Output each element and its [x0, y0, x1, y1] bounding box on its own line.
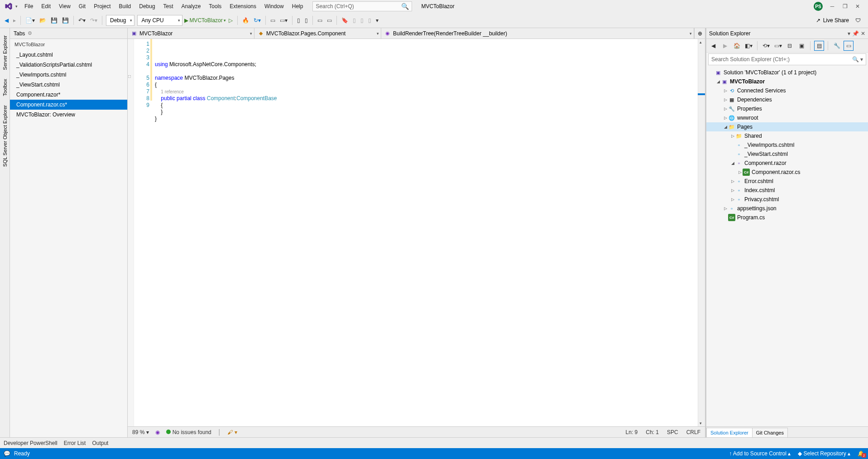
menu-debug[interactable]: Debug	[135, 3, 159, 10]
redo-button[interactable]: ↷▾	[88, 16, 99, 24]
menu-test[interactable]: Test	[159, 3, 177, 10]
sync-icon[interactable]: ⟲▾	[761, 41, 771, 51]
tab-developer-powershell[interactable]: Developer PowerShell	[4, 440, 58, 446]
pages-folder-node[interactable]: ◢📁Pages	[706, 122, 868, 131]
notifications-button[interactable]: 🔔2	[858, 450, 864, 457]
switch-views-icon[interactable]: ◧▾	[743, 41, 753, 51]
tab-entry[interactable]: Component.razor.cs*	[10, 100, 127, 110]
bookmark-button[interactable]: 🔖	[340, 16, 350, 24]
nav-back-button[interactable]: ◀	[3, 16, 10, 24]
line-indicator[interactable]: Ln: 9	[626, 429, 638, 435]
menu-help[interactable]: Help	[288, 3, 307, 10]
start-without-debug-button[interactable]: ▷	[227, 16, 235, 24]
maximize-button[interactable]: ❐	[842, 3, 848, 10]
scroll-down-icon[interactable]: ▾	[700, 421, 702, 425]
panel-dropdown-icon[interactable]: ▾	[848, 30, 850, 37]
char-indicator[interactable]: Ch: 1	[646, 429, 659, 435]
menu-extensions[interactable]: Extensions	[225, 3, 260, 10]
shared-folder-node[interactable]: ▷📁Shared	[706, 131, 868, 140]
open-button[interactable]: 📂	[38, 16, 48, 24]
menu-edit[interactable]: Edit	[37, 3, 55, 10]
gear-icon[interactable]: ⚙	[28, 30, 32, 36]
editor-scrollbar[interactable]: ▴ ▾	[698, 39, 705, 426]
index-cshtml-node[interactable]: ▷▫Index.cshtml	[706, 186, 868, 195]
error-cshtml-node[interactable]: ▷▫Error.cshtml	[706, 177, 868, 186]
component-cs-node[interactable]: ▷C#Component.razor.cs	[706, 168, 868, 177]
back-icon[interactable]: ◀	[708, 41, 718, 51]
select-repository[interactable]: ◆ Select Repository ▴	[798, 450, 850, 457]
panel-close-icon[interactable]: ✕	[861, 30, 865, 37]
tab-entry[interactable]: MVCToBlazor: Overview	[10, 110, 127, 120]
tb-icon-4[interactable]: ▯	[303, 16, 310, 24]
close-button[interactable]: ✕	[854, 3, 861, 10]
zoom-combo[interactable]: 89 % ▾	[132, 429, 149, 435]
minimize-button[interactable]: ─	[829, 3, 835, 10]
side-tab-server-explorer[interactable]: Server Explorer	[1, 32, 9, 73]
split-view-button[interactable]: ⊕	[694, 28, 705, 39]
pin-icon[interactable]: 📌	[852, 30, 859, 37]
solution-node[interactable]: ▣Solution 'MVCToBlazor' (1 of 1 project)	[706, 68, 868, 77]
properties-node[interactable]: ▷🔧Properties	[706, 104, 868, 113]
appsettings-node[interactable]: ▷▫appsettings.json	[706, 204, 868, 213]
menu-window[interactable]: Window	[260, 3, 288, 10]
collapse-icon[interactable]: ⊟	[785, 41, 795, 51]
tb-icon-5[interactable]: ▭	[316, 16, 324, 24]
indent-indicator[interactable]: SPC	[667, 429, 678, 435]
tab-error-list[interactable]: Error List	[64, 440, 86, 446]
start-debug-button[interactable]: ▶ MVCToBlazor ▾	[184, 17, 225, 24]
no-issues-indicator[interactable]: No issues found	[166, 429, 211, 435]
filter-icon[interactable]: ▭▾	[773, 41, 783, 51]
tb-icon-6[interactable]: ▭	[325, 16, 334, 24]
show-all-icon[interactable]: ▣	[796, 41, 806, 51]
tb-icon-3[interactable]: ▯	[295, 16, 302, 24]
home-icon[interactable]: 🏠	[732, 41, 742, 51]
program-cs-node[interactable]: C#Program.cs	[706, 213, 868, 222]
menu-project[interactable]: Project	[90, 3, 115, 10]
tab-output[interactable]: Output	[92, 440, 108, 446]
tb-icon-9[interactable]: ▯	[366, 16, 373, 24]
menu-file[interactable]: File	[20, 3, 37, 10]
add-source-control[interactable]: ↑ Add to Source Control ▴	[729, 450, 791, 457]
tb-icon-1[interactable]: ▭	[269, 16, 277, 24]
scroll-up-icon[interactable]: ▴	[700, 40, 702, 44]
nav-scope-class[interactable]: ◆ MVCToBlazor.Pages.Component	[254, 28, 381, 39]
solution-search[interactable]: Search Solution Explorer (Ctrl+;) 🔍 ▾	[708, 53, 866, 65]
tab-entry[interactable]: _ViewImports.cshtml	[10, 70, 127, 80]
tab-git-changes[interactable]: Git Changes	[752, 428, 788, 437]
privacy-cshtml-node[interactable]: ▷▫Privacy.cshtml	[706, 195, 868, 204]
nav-scope-member[interactable]: ◉ BuildRenderTree(RenderTreeBuilder __bu…	[381, 28, 694, 39]
browser-link-button[interactable]: ↻▾	[252, 16, 263, 24]
tb-icon-2[interactable]: ▭▾	[278, 16, 289, 24]
new-item-button[interactable]: 📄▾	[24, 16, 37, 24]
viewimports-node[interactable]: ▫_ViewImports.cshtml	[706, 140, 868, 150]
menu-analyze[interactable]: Analyze	[177, 3, 205, 10]
code-content[interactable]: using Microsoft.AspNetCore.Components; n…	[153, 39, 698, 426]
tab-solution-explorer[interactable]: Solution Explorer	[706, 428, 753, 437]
toolbar-overflow[interactable]: ▾	[374, 16, 380, 24]
project-node[interactable]: ◢▣MVCToBlazor	[706, 77, 868, 86]
configuration-combo[interactable]: Debug	[106, 15, 134, 26]
menu-build[interactable]: Build	[115, 3, 135, 10]
menu-git[interactable]: Git	[75, 3, 90, 10]
preview-icon[interactable]: ▤	[814, 41, 824, 51]
brush-icon[interactable]: 🖌 ▾	[227, 429, 237, 435]
platform-combo[interactable]: Any CPU	[137, 15, 182, 26]
tab-entry[interactable]: _Layout.cshtml	[10, 50, 127, 60]
menu-view[interactable]: View	[55, 3, 75, 10]
nav-fwd-button[interactable]: ▸	[11, 16, 18, 24]
side-tab-toolbox[interactable]: Toolbox	[1, 75, 9, 100]
save-button[interactable]: 💾	[49, 16, 59, 24]
properties-icon[interactable]: 🔧	[832, 41, 842, 51]
tb-icon-8[interactable]: ▯	[359, 16, 365, 24]
preview-selected-icon[interactable]: ▭	[844, 41, 854, 51]
tb-icon-7[interactable]: ▯	[351, 16, 358, 24]
side-tab-sql-explorer[interactable]: SQL Server Object Explorer	[1, 101, 9, 170]
tab-entry[interactable]: _ViewStart.cshtml	[10, 80, 127, 90]
hot-reload-button[interactable]: 🔥	[240, 16, 251, 24]
feedback-icon[interactable]: 💬	[4, 450, 10, 457]
save-all-button[interactable]: 💾	[60, 16, 71, 24]
viewstart-node[interactable]: ▫_ViewStart.cshtml	[706, 150, 868, 159]
nav-scope-project[interactable]: ▣ MVCToBlazor	[128, 28, 254, 39]
search-input[interactable]: Search (Ctrl+Q) 🔍	[312, 1, 412, 11]
wwwroot-node[interactable]: ▷🌐wwwroot	[706, 113, 868, 122]
